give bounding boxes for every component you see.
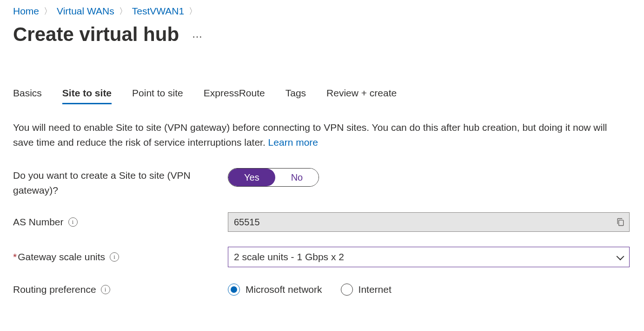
page-title: Create virtual hub — [13, 23, 179, 46]
tab-basics[interactable]: Basics — [13, 88, 42, 103]
chevron-right-icon: 〉 — [189, 6, 197, 17]
routing-preference-radio-group: Microsoft network Internet — [228, 284, 631, 296]
chevron-right-icon: 〉 — [44, 6, 52, 17]
routing-pref-internet[interactable]: Internet — [341, 284, 392, 296]
info-icon[interactable]: i — [68, 217, 78, 227]
gateway-scale-units-select[interactable]: 2 scale units - 1 Gbps x 2 — [228, 247, 630, 267]
as-number-input — [228, 212, 630, 232]
breadcrumb-home[interactable]: Home — [13, 6, 39, 17]
radio-icon — [228, 284, 240, 296]
radio-icon — [341, 284, 353, 296]
tab-point-to-site[interactable]: Point to site — [132, 88, 183, 103]
radio-label: Microsoft network — [246, 284, 322, 295]
ellipsis-icon: ⋯ — [192, 31, 203, 42]
routing-preference-label: Routing preference i — [13, 282, 228, 297]
tab-tags[interactable]: Tags — [285, 88, 306, 103]
tab-description: You will need to enable Site to site (VP… — [13, 120, 627, 149]
create-gateway-toggle: Yes No — [228, 168, 319, 187]
svg-rect-0 — [619, 220, 624, 226]
breadcrumb-testvwan1[interactable]: TestVWAN1 — [132, 6, 184, 17]
create-gateway-yes[interactable]: Yes — [228, 169, 275, 186]
info-icon[interactable]: i — [110, 252, 119, 262]
gateway-scale-units-value: 2 scale units - 1 Gbps x 2 — [234, 251, 344, 263]
tab-expressroute[interactable]: ExpressRoute — [204, 88, 265, 103]
as-number-label: AS Number i — [13, 215, 228, 230]
routing-pref-microsoft-network[interactable]: Microsoft network — [228, 284, 322, 296]
create-gateway-no[interactable]: No — [275, 169, 319, 186]
tab-site-to-site[interactable]: Site to site — [62, 88, 112, 103]
chevron-right-icon: 〉 — [119, 6, 127, 17]
create-gateway-label: Do you want to create a Site to site (VP… — [13, 168, 228, 197]
info-icon[interactable]: i — [101, 285, 110, 294]
tab-bar: Basics Site to site Point to site Expres… — [13, 88, 631, 103]
breadcrumb: Home 〉 Virtual WANs 〉 TestVWAN1 〉 — [13, 4, 631, 20]
radio-label: Internet — [359, 284, 392, 295]
gateway-scale-units-label: *Gateway scale units i — [13, 250, 228, 264]
more-actions-button[interactable]: ⋯ — [190, 31, 205, 43]
breadcrumb-virtual-wans[interactable]: Virtual WANs — [57, 6, 114, 17]
tab-review-create[interactable]: Review + create — [326, 88, 397, 103]
copy-icon[interactable] — [616, 217, 625, 227]
learn-more-link[interactable]: Learn more — [268, 137, 318, 148]
